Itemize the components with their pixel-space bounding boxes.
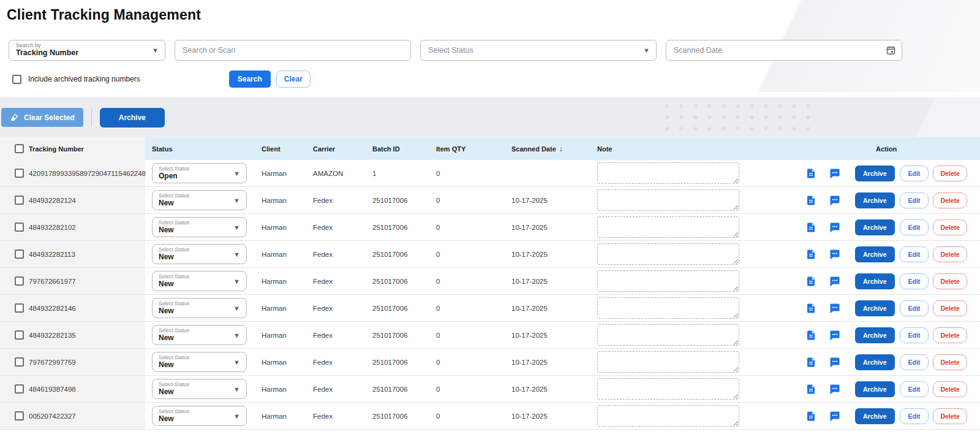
edit-button[interactable]: Edit: [900, 327, 929, 343]
chat-icon[interactable]: [829, 276, 840, 287]
row-checkbox[interactable]: [15, 276, 24, 286]
chat-icon[interactable]: [829, 384, 840, 395]
delete-button[interactable]: Delete: [933, 381, 967, 397]
edit-button[interactable]: Edit: [900, 354, 929, 370]
status-select-value: New: [159, 387, 230, 396]
row-checkbox[interactable]: [15, 196, 24, 205]
document-icon[interactable]: [805, 330, 816, 341]
row-checkbox[interactable]: [15, 303, 24, 313]
archive-button[interactable]: Archive: [855, 192, 895, 208]
row-status-select[interactable]: Select Status New ▼: [152, 190, 247, 210]
row-checkbox[interactable]: [15, 357, 24, 367]
note-input[interactable]: [597, 324, 739, 346]
row-checkbox[interactable]: [15, 249, 24, 259]
row-status-select[interactable]: Select Status New ▼: [152, 271, 247, 291]
edit-button[interactable]: Edit: [900, 300, 929, 316]
search-by-select[interactable]: Search by Tracking Number ▼: [9, 40, 165, 61]
clear-selected-button[interactable]: Clear Selected: [1, 108, 83, 127]
chat-icon[interactable]: [829, 168, 840, 179]
edit-button[interactable]: Edit: [900, 219, 929, 235]
row-status-select[interactable]: Select Status New ▼: [152, 298, 247, 318]
row-status-select[interactable]: Select Status New ▼: [152, 379, 247, 399]
note-input[interactable]: [597, 297, 739, 319]
archive-selected-button[interactable]: Archive: [100, 108, 165, 128]
chat-icon[interactable]: [829, 303, 840, 314]
row-status-select[interactable]: Select Status New ▼: [152, 325, 247, 345]
archive-button[interactable]: Archive: [855, 408, 895, 424]
status-select-label: Select Status: [159, 192, 230, 199]
document-icon[interactable]: [805, 276, 816, 287]
row-status-select[interactable]: Select Status New ▼: [152, 244, 247, 264]
archive-button[interactable]: Archive: [855, 166, 895, 181]
note-input[interactable]: [597, 243, 739, 265]
tracking-number: 484619387498: [28, 376, 145, 402]
document-icon[interactable]: [805, 411, 816, 422]
batch-id-cell: 251017006: [366, 349, 429, 375]
document-icon[interactable]: [805, 303, 816, 314]
row-checkbox[interactable]: [15, 411, 24, 421]
chevron-down-icon: ▼: [233, 250, 240, 257]
edit-button[interactable]: Edit: [900, 166, 929, 181]
row-status-select[interactable]: Select Status New ▼: [152, 406, 247, 426]
edit-button[interactable]: Edit: [900, 192, 929, 208]
delete-button[interactable]: Delete: [933, 300, 967, 316]
row-checkbox[interactable]: [15, 169, 24, 178]
delete-button[interactable]: Delete: [933, 408, 967, 424]
note-input[interactable]: [597, 378, 739, 400]
column-header-scanned[interactable]: Scanned Date ↓: [505, 137, 590, 160]
note-input[interactable]: [597, 270, 739, 292]
archive-button[interactable]: Archive: [855, 327, 895, 343]
delete-button[interactable]: Delete: [933, 166, 967, 181]
delete-button[interactable]: Delete: [933, 192, 967, 208]
chat-icon[interactable]: [829, 249, 840, 260]
document-icon[interactable]: [805, 249, 816, 260]
note-input[interactable]: [597, 216, 739, 238]
chat-icon[interactable]: [829, 222, 840, 233]
chat-icon[interactable]: [829, 357, 840, 368]
archive-button[interactable]: Archive: [855, 300, 895, 316]
select-all-checkbox[interactable]: [15, 144, 24, 153]
status-select-label: Select Status: [159, 327, 230, 333]
delete-button[interactable]: Delete: [933, 246, 967, 262]
row-status-select[interactable]: Select Status New ▼: [152, 217, 247, 237]
archive-button[interactable]: Archive: [855, 273, 895, 289]
search-or-scan-input[interactable]: [175, 40, 410, 60]
note-input[interactable]: [597, 351, 739, 373]
delete-button[interactable]: Delete: [933, 219, 967, 235]
include-archived-checkbox[interactable]: [12, 75, 21, 84]
edit-button[interactable]: Edit: [900, 246, 929, 262]
search-button[interactable]: Search: [229, 70, 271, 88]
document-icon[interactable]: [805, 168, 816, 179]
archive-button[interactable]: Archive: [855, 381, 895, 397]
note-input[interactable]: [597, 162, 739, 184]
row-checkbox[interactable]: [15, 223, 24, 232]
row-checkbox[interactable]: [15, 384, 24, 394]
edit-button[interactable]: Edit: [900, 408, 929, 424]
document-icon[interactable]: [805, 357, 816, 368]
chat-icon[interactable]: [829, 411, 840, 422]
chat-icon[interactable]: [829, 195, 840, 206]
chat-icon[interactable]: [829, 330, 840, 341]
note-input[interactable]: [597, 405, 739, 427]
scanned-date-input[interactable]: [666, 40, 902, 60]
document-icon[interactable]: [805, 384, 816, 395]
item-qty-cell: 0: [429, 187, 505, 213]
row-status-select[interactable]: Select Status New ▼: [152, 352, 247, 372]
calendar-icon[interactable]: [886, 45, 896, 56]
archive-button[interactable]: Archive: [855, 246, 895, 262]
status-select-value: New: [159, 333, 230, 342]
edit-button[interactable]: Edit: [900, 381, 929, 397]
row-status-select[interactable]: Select Status Open ▼: [152, 163, 247, 183]
document-icon[interactable]: [805, 222, 816, 233]
row-checkbox[interactable]: [15, 330, 24, 340]
delete-button[interactable]: Delete: [933, 327, 967, 343]
edit-button[interactable]: Edit: [900, 273, 929, 289]
status-filter-select[interactable]: Select Status ▼: [420, 40, 657, 61]
document-icon[interactable]: [805, 195, 816, 206]
note-input[interactable]: [597, 189, 739, 211]
clear-button[interactable]: Clear: [276, 70, 311, 88]
delete-button[interactable]: Delete: [933, 273, 967, 289]
delete-button[interactable]: Delete: [933, 354, 967, 370]
archive-button[interactable]: Archive: [855, 354, 895, 370]
archive-button[interactable]: Archive: [855, 219, 895, 235]
